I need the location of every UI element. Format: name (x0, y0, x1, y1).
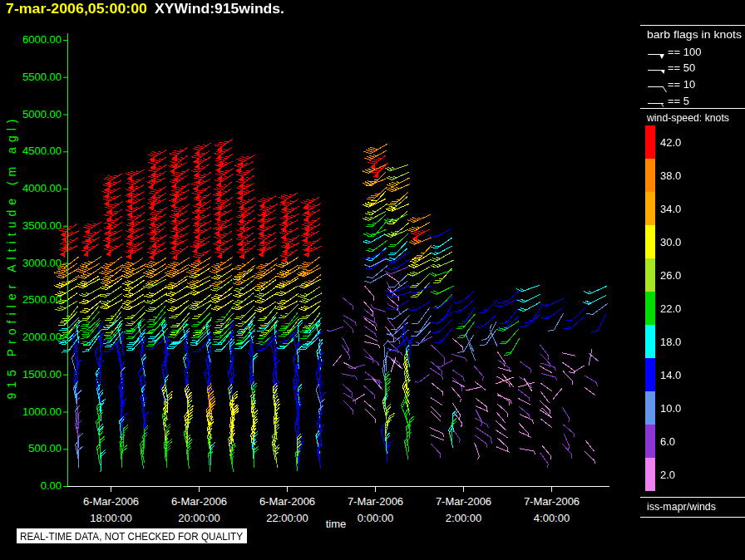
svg-text:5000.00: 5000.00 (22, 108, 62, 120)
svg-text:6-Mar-2006: 6-Mar-2006 (171, 495, 227, 508)
svg-text:6.0: 6.0 (660, 435, 675, 448)
svg-text:0.00: 0.00 (41, 479, 62, 492)
svg-text:== 5: == 5 (668, 95, 689, 107)
svg-text:barb flags in knots: barb flags in knots (647, 28, 743, 41)
svg-text:7-Mar-2006: 7-Mar-2006 (348, 495, 403, 508)
svg-text:2500.00: 2500.00 (22, 293, 62, 306)
svg-text:10.0: 10.0 (660, 402, 681, 415)
svg-text:26.0: 26.0 (660, 269, 681, 282)
svg-text:42.0: 42.0 (660, 136, 681, 149)
svg-text:38.0: 38.0 (660, 169, 681, 182)
svg-text:14.0: 14.0 (660, 369, 681, 381)
svg-text:wind-speed: knots: wind-speed: knots (646, 111, 729, 124)
svg-text:34.0: 34.0 (660, 203, 681, 215)
svg-text:915 Profiler Altitude (m agl): 915 Profiler Altitude (m agl) (5, 120, 18, 400)
svg-text:7-Mar-2006: 7-Mar-2006 (436, 495, 491, 508)
svg-text:time: time (326, 518, 347, 530)
svg-text:0:00:00: 0:00:00 (358, 512, 393, 524)
svg-text:iss-mapr/winds: iss-mapr/winds (647, 500, 716, 513)
svg-text:2.0: 2.0 (660, 469, 675, 481)
svg-text:== 100: == 100 (668, 46, 702, 58)
svg-text:7-Mar-2006: 7-Mar-2006 (524, 495, 580, 508)
svg-text:20:00:00: 20:00:00 (178, 512, 220, 524)
svg-text:18.0: 18.0 (660, 336, 681, 348)
svg-text:3000.00: 3000.00 (22, 257, 62, 269)
svg-text:3500.00: 3500.00 (22, 219, 62, 232)
svg-text:1000.00: 1000.00 (22, 405, 62, 418)
svg-text:7-mar-2006,05:00:00: 7-mar-2006,05:00:00 (6, 2, 147, 16)
svg-text:22:00:00: 22:00:00 (266, 512, 308, 524)
svg-text:== 50: == 50 (668, 61, 695, 74)
svg-text:500.00: 500.00 (28, 442, 62, 454)
svg-text:22.0: 22.0 (660, 302, 681, 315)
svg-text:4:00:00: 4:00:00 (534, 512, 570, 524)
svg-text:2000.00: 2000.00 (22, 331, 62, 343)
svg-text:6-Mar-2006: 6-Mar-2006 (259, 495, 315, 508)
svg-text:5500.00: 5500.00 (22, 71, 62, 83)
svg-text:4000.00: 4000.00 (22, 182, 62, 194)
svg-text:4500.00: 4500.00 (22, 145, 62, 157)
svg-text:6-Mar-2006: 6-Mar-2006 (83, 495, 139, 508)
svg-text:== 10: == 10 (668, 78, 695, 91)
svg-text:REAL-TIME DATA, NOT CHECKED FO: REAL-TIME DATA, NOT CHECKED FOR QUALITY (20, 531, 244, 543)
svg-text:XYWind:915winds.: XYWind:915winds. (155, 2, 284, 16)
svg-text:30.0: 30.0 (660, 236, 681, 248)
svg-text:2:00:00: 2:00:00 (446, 512, 481, 524)
svg-text:6000.00: 6000.00 (22, 33, 62, 46)
svg-text:1500.00: 1500.00 (22, 368, 62, 381)
svg-text:18:00:00: 18:00:00 (90, 512, 132, 524)
